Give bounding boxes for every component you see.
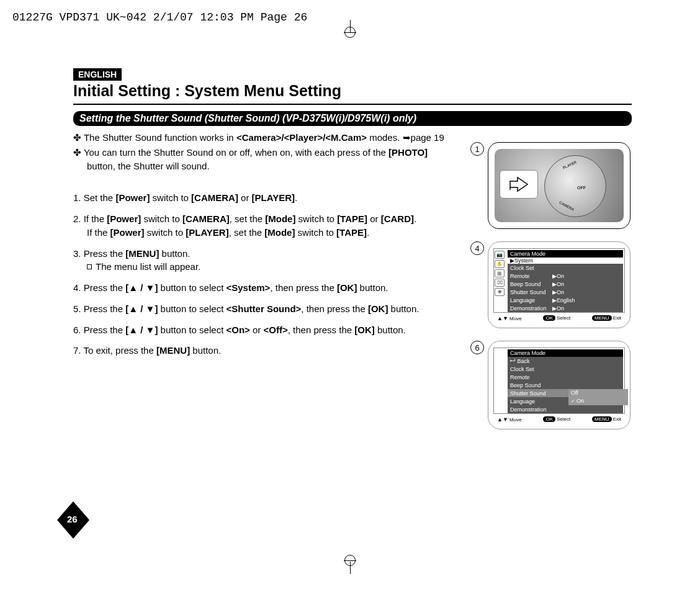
menu-row: Beep Sound▶On	[508, 280, 623, 288]
menu-title: Camera Mode	[508, 349, 623, 357]
menu-title: Camera Mode	[508, 250, 623, 258]
step-4: 4. Press the [▲ / ▼] button to select <S…	[73, 281, 452, 295]
gear-icon: ✱	[495, 288, 505, 296]
step-2: 2. If the [Power] switch to [CAMERA], se…	[73, 212, 452, 240]
menu-options-popover: Off On	[568, 389, 628, 405]
menu-row: Demonstration▶On	[508, 304, 623, 312]
option-on: On	[568, 397, 628, 405]
figure-6: 6 📷 ✋ ▦ ⌧ ✱ Camera Mode ⮠ Back Clock Set…	[470, 341, 632, 429]
text: ✤ The Shutter Sound function works in	[73, 132, 236, 143]
ok-pill: OK	[543, 315, 555, 321]
updown-icon: ▲▼	[497, 416, 508, 423]
camera-icon: 📷	[495, 251, 505, 259]
figure-1: 1 PLAYER OFF CAMERA	[470, 142, 632, 229]
button-name: [PHOTO]	[388, 147, 428, 158]
step-1: 1. Set the [Power] switch to [CAMERA] or…	[73, 191, 452, 205]
title-rule	[73, 104, 632, 105]
print-job-header: 01227G VPD371 UK~042 2/1/07 12:03 PM Pag…	[12, 11, 307, 24]
menu-row: Demonstration	[508, 405, 623, 413]
menu-row: Clock Set	[508, 264, 623, 272]
menu-pill: MENU	[592, 315, 612, 321]
figure-number: 4	[470, 241, 484, 255]
menu-subtitle: ▶System	[508, 258, 623, 264]
text: button, the Shutter will sound.	[73, 159, 210, 173]
language-badge: ENGLISH	[73, 68, 122, 81]
mode-dial: PLAYER OFF CAMERA	[544, 155, 606, 217]
step-6: 6. Press the [▲ / ▼] button to select <O…	[73, 323, 452, 337]
intro-line-1: ✤ The Shutter Sound function works in <C…	[73, 131, 452, 145]
ok-pill: OK	[543, 416, 555, 422]
menu-pill: MENU	[592, 416, 612, 422]
figure-number: 6	[470, 341, 484, 354]
option-off: Off	[568, 389, 628, 397]
figure-4: 4 📷 ✋ ▦ ⌧ ✱ Camera Mode ▶System Clock Se…	[470, 241, 632, 328]
page-number: 26	[67, 514, 78, 524]
page-title: Initial Setting : System Menu Setting	[73, 82, 632, 100]
menu-back: ⮠ Back	[508, 357, 623, 365]
menu-row: Clock Set	[508, 365, 623, 373]
step-3: 3. Press the [MENU] button. The menu lis…	[73, 247, 452, 274]
menu-row: Beep Sound	[508, 381, 623, 389]
menu-row: Shutter Sound▶On	[508, 288, 623, 296]
rec-icon: ▦	[495, 269, 505, 277]
menu-footer: ▲▼ Move OKSelect MENUExit	[495, 415, 624, 424]
figure-number: 1	[470, 142, 484, 156]
page-ref: modes. ➥page 19	[367, 132, 444, 143]
figures-column: 1 PLAYER OFF CAMERA 4	[470, 131, 632, 442]
modes: <Camera>/<Player>/<M.Cam>	[236, 132, 367, 143]
step-7: 7. To exit, press the [MENU] button.	[73, 344, 452, 357]
text: ✤ You can turn the Shutter Sound on or o…	[73, 147, 388, 158]
hand-icon: ✋	[495, 260, 505, 268]
page-content: ENGLISH Initial Setting : System Menu Se…	[73, 68, 632, 442]
menu-row: Language▶English	[508, 296, 623, 304]
body-text: ✤ The Shutter Sound function works in <C…	[73, 131, 452, 442]
square-bullet-icon	[87, 264, 92, 269]
step-5: 5. Press the [▲ / ▼] button to select <S…	[73, 302, 452, 316]
menu-footer: ▲▼ Move OKSelect MENUExit	[495, 314, 624, 323]
dial-label-player: PLAYER	[562, 160, 577, 169]
tv-icon: ⌧	[495, 279, 505, 287]
updown-icon: ▲▼	[497, 315, 508, 321]
crop-mark	[344, 27, 356, 38]
menu-screen-system: 📷 ✋ ▦ ⌧ ✱ Camera Mode ▶System Clock Set …	[488, 241, 630, 328]
dial-label-camera: CAMERA	[559, 200, 575, 212]
menu-screen-shutter: 📷 ✋ ▦ ⌧ ✱ Camera Mode ⮠ Back Clock Set R…	[488, 341, 630, 429]
section-heading: Setting the Shutter Sound (Shutter Sound…	[73, 111, 632, 126]
crop-mark	[344, 555, 356, 566]
menu-row: Remote	[508, 373, 623, 381]
menu-row: Remote▶On	[508, 272, 623, 280]
switch-lever-icon	[500, 170, 538, 199]
power-switch-illustration: PLAYER OFF CAMERA	[488, 142, 630, 229]
intro-line-2: ✤ You can turn the Shutter Sound on or o…	[73, 146, 452, 173]
menu-category-icons: 📷 ✋ ▦ ⌧ ✱	[495, 251, 507, 296]
dial-label-off: OFF	[577, 186, 586, 190]
